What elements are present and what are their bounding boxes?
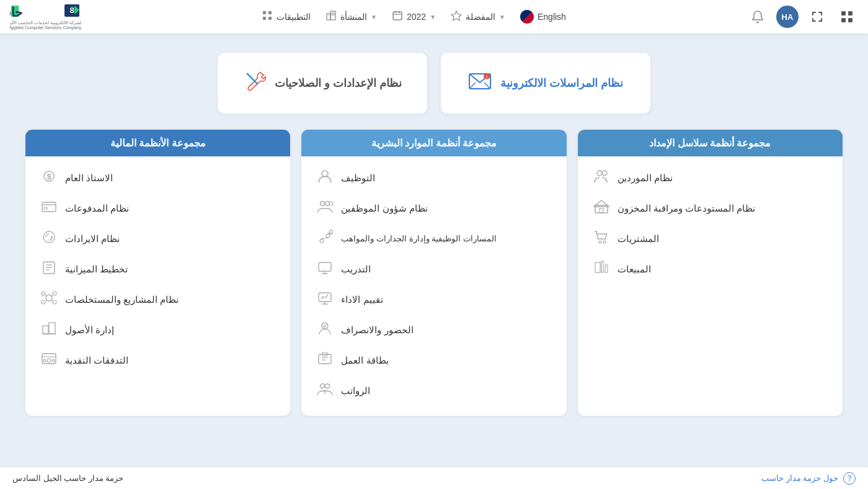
star-icon: [451, 10, 462, 24]
apps-button[interactable]: [836, 6, 858, 28]
favorites-nav[interactable]: ▼ المفضلة: [451, 10, 505, 24]
finance-item-payments[interactable]: نظام المدفوعات: [25, 193, 290, 223]
bell-button[interactable]: [746, 6, 769, 28]
svg-text:8: 8: [69, 6, 74, 15]
career-icon: [316, 230, 334, 248]
svg-rect-15: [268, 11, 272, 14]
svg-rect-2: [841, 18, 846, 22]
svg-rect-1: [848, 11, 852, 16]
favorites-label: المفضلة: [466, 12, 495, 22]
svg-text:Applied Computer Services Comp: Applied Computer Services Company: [10, 25, 81, 30]
svg-line-28: [469, 83, 476, 89]
svg-rect-42: [601, 261, 603, 272]
svg-rect-43: [605, 265, 608, 272]
svg-text:الشركة الالكترونية لخدمات الحا: الشركة الالكترونية لخدمات الحاسب الآلي: [10, 20, 81, 25]
svg-point-90: [47, 359, 51, 362]
logo-svg: حاسب الشركة الالكترونية لخدمات الحاسب ال…: [10, 3, 81, 30]
svg-rect-41: [595, 262, 600, 272]
finance-item-ledger[interactable]: الاستاذ العام $: [25, 163, 290, 193]
finance-item-budget[interactable]: تخطيط الميزانية: [25, 254, 290, 284]
performance-icon: [316, 290, 334, 308]
hr-group-body: التوظيف نظام شؤون الموظفين: [301, 156, 566, 416]
svg-rect-10: [327, 14, 330, 20]
branch-nav[interactable]: ▼ المنشأة: [326, 10, 377, 24]
correspondence-label: نظام المراسلات الالكترونية: [500, 76, 623, 90]
calendar-icon: [392, 10, 403, 24]
svg-rect-17: [268, 17, 272, 20]
apps-nav[interactable]: التطبيقات: [262, 10, 311, 24]
settings-icon: [244, 70, 266, 97]
hr-item-payroll[interactable]: الرواتب: [301, 375, 566, 406]
svg-point-40: [603, 241, 606, 243]
svg-rect-16: [263, 17, 266, 20]
hr-item-career[interactable]: المسارات الوظيفية وإدارة الجدارات والموا…: [301, 223, 566, 254]
branch-caret: ▼: [371, 14, 377, 20]
hr-item-performance[interactable]: تقييم الاداء: [301, 284, 566, 315]
correspondence-card[interactable]: نظام المراسلات الالكترونية !: [440, 52, 651, 114]
svg-text:!: !: [486, 75, 487, 79]
finance-item-assets[interactable]: إدارة الأصول: [25, 315, 290, 345]
sales-icon: [593, 260, 610, 278]
branch-icon: [326, 10, 337, 24]
svg-point-4: [756, 22, 759, 23]
hr-item-attendance[interactable]: الحضور والانصراف: [301, 315, 566, 345]
payments-icon: [40, 199, 58, 217]
top-cards-row: نظام المراسلات الالكترونية ! نظا: [25, 52, 843, 114]
hr-item-workcard[interactable]: بطاقة العمل: [301, 345, 566, 375]
projects-icon: [40, 290, 58, 308]
assets-icon: [40, 321, 58, 339]
svg-point-49: [326, 234, 330, 238]
supply-group: مجموعة أنظمة سلاسل الإمداد نظام الموردين: [577, 129, 843, 416]
svg-point-57: [322, 323, 328, 329]
finance-item-cashflow[interactable]: التدفقات النقدية: [25, 345, 290, 375]
warehouse-icon: [593, 199, 610, 217]
svg-marker-5: [451, 11, 461, 20]
footer-version-label: حزمة مدار حاسب الجيل السادس: [12, 473, 123, 483]
apps-label: التطبيقات: [277, 12, 311, 22]
logo: حاسب الشركة الالكترونية لخدمات الحاسب ال…: [10, 3, 81, 30]
header-nav: English ▼ المفضلة ▼ 2022: [262, 10, 566, 24]
favorites-caret: ▼: [499, 14, 505, 20]
year-nav[interactable]: ▼ 2022: [392, 10, 436, 24]
svg-point-79: [42, 300, 45, 304]
supply-item-sales[interactable]: المبيعات: [578, 254, 843, 284]
svg-rect-85: [43, 326, 48, 334]
language-label: English: [538, 12, 566, 22]
question-icon: ?: [843, 472, 856, 485]
svg-rect-86: [49, 323, 55, 334]
supply-item-purchases[interactable]: المشتريات: [578, 223, 843, 254]
svg-text:$: $: [47, 173, 51, 181]
supply-item-inventory[interactable]: نظام المستودعات ومراقبة المخزون: [578, 193, 843, 223]
supply-item-suppliers[interactable]: نظام الموردين: [578, 163, 843, 193]
training-icon: [316, 260, 334, 278]
footer-version: حزمة مدار حاسب الجيل السادس: [12, 473, 123, 483]
finance-item-projects[interactable]: نظام المشاريع والمستخلصات: [25, 284, 290, 315]
hr-item-recruitment[interactable]: التوظيف: [301, 163, 566, 193]
finance-item-revenue[interactable]: نظام الايرادات: [25, 223, 290, 254]
svg-point-39: [599, 241, 601, 243]
svg-rect-38: [600, 209, 603, 213]
settings-label: نظام الإعدادات و الصلاحيات: [275, 76, 402, 90]
apps-nav-icon: [262, 10, 273, 24]
language-button[interactable]: English: [520, 10, 566, 24]
flag-icon: [520, 10, 534, 24]
expand-button[interactable]: [806, 6, 828, 28]
svg-rect-0: [841, 11, 846, 16]
svg-point-80: [53, 300, 56, 304]
svg-point-71: [43, 231, 55, 243]
svg-text:حاسب: حاسب: [10, 6, 22, 19]
footer-about[interactable]: ? حول حزمة مدار حاسب: [761, 472, 856, 485]
hr-item-training[interactable]: التدريب: [301, 254, 566, 284]
avatar[interactable]: HA: [776, 6, 799, 28]
svg-rect-13: [332, 13, 334, 15]
hr-item-employees[interactable]: نظام شؤون الموظفين: [301, 193, 566, 223]
svg-point-45: [321, 202, 325, 206]
svg-point-92: [52, 359, 55, 362]
svg-point-77: [42, 292, 45, 295]
svg-rect-70: [44, 207, 47, 209]
finance-group: مجموعة الأنظمة المالية الاستاذ العام $ ن…: [25, 129, 291, 416]
settings-card[interactable]: نظام الإعدادات و الصلاحيات: [217, 52, 428, 114]
ledger-icon: $: [40, 169, 58, 187]
footer-about-label: حول حزمة مدار حاسب: [761, 473, 838, 483]
finance-group-body: الاستاذ العام $ نظام المدفوعات: [25, 156, 290, 385]
